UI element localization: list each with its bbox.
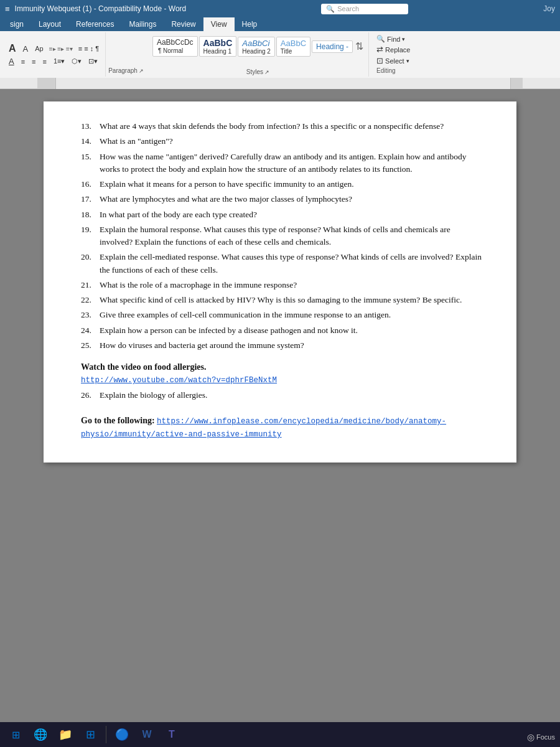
list-item: 25. How do viruses and bacteria get arou…	[81, 339, 485, 352]
select-btn[interactable]: ⊡ Select ▾	[376, 56, 410, 65]
replace-btn[interactable]: ⇄ Replace	[376, 45, 410, 54]
list-num: 17.	[81, 193, 100, 205]
style-normal-preview: AaBbCcDc	[157, 38, 194, 47]
select-arrow: ▾	[406, 58, 409, 64]
font-row-2: A ≡ ≡ ≡ 1≡▾ ⬡▾ ⊡▾	[6, 55, 101, 67]
q26-item: 26. Explain the biology of allergies.	[81, 389, 485, 402]
watch-section: Watch the video on food allergies. http:…	[81, 360, 485, 402]
ribbon-content: A A Ap ≡▸ ≡▸ ≡▾ ≡ ≡ ↕ ¶ A ≡ ≡ ≡ 1≡▾ ⬡▾ ⊡…	[0, 31, 560, 78]
ruler-indent-right	[510, 78, 523, 89]
taskbar-edge[interactable]: 🌐	[30, 724, 51, 745]
align-btns[interactable]: ≡ ≡ ↕ ¶	[76, 44, 101, 54]
taskbar: ⊞ 🌐 📁 ⊞ 🔵 W T ◎ Focus	[0, 722, 560, 747]
paragraph-expand-icon: ↗	[139, 68, 144, 74]
taskbar-start[interactable]: ⊞	[5, 724, 26, 745]
editing-label: Editing	[376, 67, 410, 74]
taskbar-store[interactable]: ⊞	[80, 724, 101, 745]
align-center[interactable]: ≡	[29, 57, 38, 67]
style-title-preview: AaBbC	[281, 39, 306, 48]
style-title-btn[interactable]: AaBbC Title	[276, 37, 310, 57]
style-h1-label: Heading 1	[203, 48, 233, 55]
paragraph-group-wrapper: Paragraph ↗	[108, 32, 145, 77]
font-row-1: A A Ap ≡▸ ≡▸ ≡▾ ≡ ≡ ↕ ¶	[6, 42, 101, 55]
focus-button[interactable]: ◎ Focus	[527, 732, 555, 742]
list-num: 22.	[81, 294, 100, 306]
list-text: Explain the cell-mediated response. What…	[100, 251, 485, 276]
style-h2-preview: AaBbCi	[242, 39, 271, 48]
list-num: 16.	[81, 178, 100, 190]
find-btn[interactable]: 🔍 Find ▾	[376, 35, 410, 43]
border-btn[interactable]: ⊡▾	[86, 56, 100, 67]
question-list: 13. What are 4 ways that skin defends th…	[81, 120, 485, 352]
taskbar-teams[interactable]: T	[161, 724, 182, 745]
watch-bold-text: Watch the video on food allergies.	[81, 362, 206, 372]
list-item: 22. What specific kind of cell is attack…	[81, 294, 485, 306]
list-item: 13. What are 4 ways that skin defends th…	[81, 120, 485, 133]
list-item: 19. Explain the humoral response. What c…	[81, 223, 485, 249]
style-normal-btn[interactable]: AaBbCcDc ¶ Normal	[152, 36, 198, 57]
list-num: 13.	[81, 120, 100, 133]
list-indent-btns: ≡▸ ≡▸ ≡▾	[48, 45, 74, 52]
document-area: 13. What are 4 ways that skin defends th…	[0, 89, 560, 723]
list-item: 15. How was the name "antigen" derived? …	[81, 151, 485, 176]
align-right[interactable]: ≡	[40, 57, 49, 67]
underline-btn[interactable]: A	[6, 55, 17, 67]
list-text: How was the name "antigen" derived? Care…	[100, 151, 485, 176]
align-left[interactable]: ≡	[19, 57, 27, 67]
watch-label: Watch the video on food allergies.	[81, 360, 485, 374]
list-text: Explain the humoral response. What cause…	[100, 223, 485, 249]
tab-view[interactable]: View	[203, 17, 235, 31]
list-num: 23.	[81, 309, 100, 321]
find-label: Find	[387, 35, 400, 43]
style-heading-dash-btn[interactable]: Heading -	[312, 40, 353, 53]
ruler	[0, 78, 560, 89]
list-item: 14. What is an "antigen"?	[81, 135, 485, 148]
list-num: 14.	[81, 135, 100, 148]
taskbar-explorer[interactable]: 📁	[55, 724, 76, 745]
font-a-large[interactable]: A	[6, 42, 19, 55]
tab-mailings[interactable]: Mailings	[121, 17, 164, 31]
tab-references[interactable]: References	[68, 17, 121, 31]
tab-help[interactable]: Help	[235, 17, 265, 31]
font-aa[interactable]: A	[21, 43, 31, 55]
list-text: In what part of the body are each type c…	[100, 209, 485, 221]
search-icon: 🔍	[326, 5, 335, 13]
username-label: Joy	[543, 4, 555, 13]
style-h2-btn[interactable]: AaBbCi Heading 2	[238, 37, 275, 57]
select-icon: ⊡	[376, 56, 383, 65]
style-normal-label: ¶ Normal	[157, 47, 194, 55]
list-text: What are lymphocytes and what are the tw…	[100, 193, 485, 205]
list-text: What specific kind of cell is attacked b…	[100, 294, 485, 306]
list-text: Explain how a person can be infected by …	[100, 324, 485, 337]
search-box[interactable]: 🔍 Search	[321, 4, 408, 14]
indent-btn[interactable]: 1≡▾	[51, 56, 68, 67]
replace-icon: ⇄	[376, 45, 383, 54]
paragraph-expand[interactable]: Paragraph ↗	[108, 67, 144, 74]
find-arrow: ▾	[402, 36, 405, 42]
styles-scroll-arrows[interactable]: ⇅	[355, 40, 363, 52]
tab-layout[interactable]: Layout	[31, 17, 68, 31]
watch-link[interactable]: http://www.youtube.com/watch?v=dphrFBeNx…	[81, 374, 485, 387]
font-controls: A A Ap ≡▸ ≡▸ ≡▾ ≡ ≡ ↕ ¶ A ≡ ≡ ≡ 1≡▾ ⬡▾ ⊡…	[6, 42, 101, 67]
shading-btn[interactable]: ⬡▾	[69, 56, 84, 67]
youtube-link[interactable]: http://www.youtube.com/watch?v=dphrFBeNx…	[81, 376, 277, 385]
styles-label-row: Styles ↗	[246, 67, 269, 75]
list-item: 18. In what part of the body are each ty…	[81, 209, 485, 221]
list-num: 15.	[81, 151, 100, 176]
ruler-indent-left	[37, 78, 56, 89]
font-ap[interactable]: Ap	[32, 44, 45, 54]
q26-text: Explain the biology of allergies.	[100, 389, 485, 402]
ribbon-tabs: sign Layout References Mailings Review V…	[0, 17, 560, 31]
document-page[interactable]: 13. What are 4 ways that skin defends th…	[44, 101, 516, 463]
tab-sign[interactable]: sign	[2, 17, 31, 31]
list-num: 24.	[81, 324, 100, 337]
taskbar-word[interactable]: W	[136, 724, 157, 745]
list-text: What is the role of a macrophage in the …	[100, 279, 485, 291]
style-h1-btn[interactable]: AaBbC Heading 1	[199, 36, 237, 57]
taskbar-chrome[interactable]: 🔵	[111, 724, 133, 745]
find-icon: 🔍	[376, 35, 385, 43]
tab-review[interactable]: Review	[164, 17, 203, 31]
style-h1-preview: AaBbC	[203, 38, 233, 48]
ruler-marks	[56, 78, 510, 89]
select-label: Select	[385, 57, 404, 65]
